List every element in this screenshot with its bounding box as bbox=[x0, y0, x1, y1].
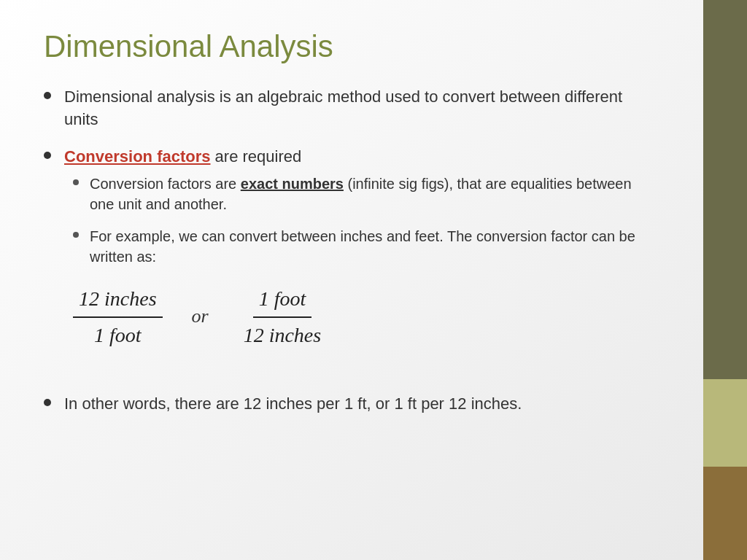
fraction-display: 12 inches 1 foot or 1 foot 12 inches bbox=[73, 284, 327, 349]
list-item: Dimensional analysis is an algebraic met… bbox=[44, 86, 652, 131]
frac2-denominator: 12 inches bbox=[238, 318, 328, 349]
frac1-numerator: 12 inches bbox=[73, 284, 163, 317]
sub-bullet-1-prefix: Conversion factors are bbox=[90, 176, 241, 192]
list-item: In other words, there are 12 inches per … bbox=[44, 393, 652, 416]
sub-bullet-1-text: Conversion factors are exact numbers (in… bbox=[90, 174, 652, 214]
panel-mid bbox=[703, 379, 747, 467]
content-area: Dimensional analysis is an algebraic met… bbox=[44, 86, 703, 531]
list-item: For example, we can convert between inch… bbox=[73, 226, 652, 366]
bullet-dot-small bbox=[73, 179, 79, 185]
bullet-dot-small bbox=[73, 232, 79, 238]
bullet-dot bbox=[44, 152, 51, 159]
bullet-2-suffix: are required bbox=[211, 147, 302, 166]
slide-title: Dimensional Analysis bbox=[44, 29, 703, 64]
sub-bullet-2-text: For example, we can convert between inch… bbox=[90, 226, 652, 267]
bullet-dot bbox=[44, 399, 51, 406]
main-bullet-list: Dimensional analysis is an algebraic met… bbox=[44, 86, 652, 416]
panel-top bbox=[703, 0, 747, 379]
fraction-1: 12 inches 1 foot bbox=[73, 284, 163, 349]
slide: Dimensional Analysis Dimensional analysi… bbox=[0, 0, 747, 560]
fraction-2: 1 foot 12 inches bbox=[238, 284, 328, 349]
exact-numbers-label: exact numbers bbox=[241, 176, 344, 192]
frac2-numerator: 1 foot bbox=[253, 284, 312, 317]
frac1-denominator: 1 foot bbox=[88, 318, 147, 349]
bullet-2-text: Conversion factors are required bbox=[64, 146, 301, 168]
list-item: Conversion factors are required Conversi… bbox=[44, 146, 652, 378]
bullet-3-text: In other words, there are 12 inches per … bbox=[64, 393, 652, 416]
list-item: Conversion factors are exact numbers (in… bbox=[73, 174, 652, 214]
sub-bullet-list: Conversion factors are exact numbers (in… bbox=[73, 174, 652, 378]
conversion-factors-label: Conversion factors bbox=[64, 147, 211, 166]
bullet-1-text: Dimensional analysis is an algebraic met… bbox=[64, 86, 652, 131]
fraction-or: or bbox=[192, 303, 209, 330]
bullet-dot bbox=[44, 92, 51, 99]
panel-bot bbox=[703, 467, 747, 560]
right-decorative-panel bbox=[703, 0, 747, 560]
